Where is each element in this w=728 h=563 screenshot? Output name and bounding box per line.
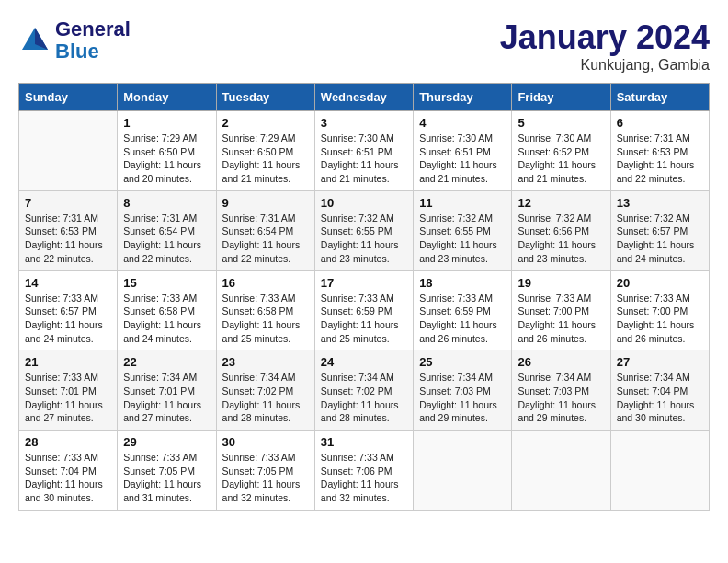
day-info: Sunrise: 7:33 AM Sunset: 7:00 PM Dayligh… xyxy=(617,292,703,346)
calendar-cell: 7Sunrise: 7:31 AM Sunset: 6:53 PM Daylig… xyxy=(19,190,118,270)
day-number: 6 xyxy=(617,116,703,130)
week-row-2: 7Sunrise: 7:31 AM Sunset: 6:53 PM Daylig… xyxy=(19,190,710,270)
day-number: 8 xyxy=(123,196,210,210)
day-info: Sunrise: 7:30 AM Sunset: 6:52 PM Dayligh… xyxy=(518,132,604,186)
day-info: Sunrise: 7:34 AM Sunset: 7:03 PM Dayligh… xyxy=(419,371,506,425)
day-info: Sunrise: 7:32 AM Sunset: 6:55 PM Dayligh… xyxy=(321,212,407,266)
day-number: 24 xyxy=(321,355,407,369)
week-row-1: 1Sunrise: 7:29 AM Sunset: 6:50 PM Daylig… xyxy=(19,111,710,191)
day-info: Sunrise: 7:32 AM Sunset: 6:57 PM Dayligh… xyxy=(617,212,703,266)
calendar-table: SundayMondayTuesdayWednesdayThursdayFrid… xyxy=(18,83,710,511)
calendar-cell xyxy=(19,111,118,191)
day-number: 28 xyxy=(25,435,111,449)
calendar-cell: 27Sunrise: 7:34 AM Sunset: 7:04 PM Dayli… xyxy=(610,350,709,431)
calendar-cell: 17Sunrise: 7:33 AM Sunset: 6:59 PM Dayli… xyxy=(314,270,413,350)
day-number: 21 xyxy=(25,355,111,369)
day-number: 29 xyxy=(123,435,210,449)
day-number: 12 xyxy=(518,196,604,210)
day-number: 16 xyxy=(222,276,309,290)
day-info: Sunrise: 7:34 AM Sunset: 7:03 PM Dayligh… xyxy=(518,371,604,425)
calendar-cell: 23Sunrise: 7:34 AM Sunset: 7:02 PM Dayli… xyxy=(216,350,314,431)
calendar-cell: 19Sunrise: 7:33 AM Sunset: 7:00 PM Dayli… xyxy=(512,270,610,350)
day-number: 5 xyxy=(518,116,604,130)
day-info: Sunrise: 7:33 AM Sunset: 6:58 PM Dayligh… xyxy=(222,292,309,346)
calendar-cell: 9Sunrise: 7:31 AM Sunset: 6:54 PM Daylig… xyxy=(216,190,314,270)
day-info: Sunrise: 7:34 AM Sunset: 7:02 PM Dayligh… xyxy=(222,371,309,425)
calendar-cell: 14Sunrise: 7:33 AM Sunset: 6:57 PM Dayli… xyxy=(19,270,118,350)
day-number: 20 xyxy=(617,276,703,290)
day-number: 13 xyxy=(617,196,703,210)
calendar-cell: 28Sunrise: 7:33 AM Sunset: 7:04 PM Dayli… xyxy=(19,431,118,511)
logo-icon xyxy=(18,24,51,57)
calendar-cell: 20Sunrise: 7:33 AM Sunset: 7:00 PM Dayli… xyxy=(610,270,709,350)
day-number: 31 xyxy=(321,435,407,449)
day-number: 4 xyxy=(419,116,506,130)
weekday-header-saturday: Saturday xyxy=(610,84,709,111)
day-info: Sunrise: 7:33 AM Sunset: 6:59 PM Dayligh… xyxy=(321,292,407,346)
calendar-cell: 10Sunrise: 7:32 AM Sunset: 6:55 PM Dayli… xyxy=(314,190,413,270)
weekday-header-monday: Monday xyxy=(118,84,216,111)
day-number: 14 xyxy=(25,276,111,290)
calendar-cell: 11Sunrise: 7:32 AM Sunset: 6:55 PM Dayli… xyxy=(414,190,512,270)
calendar-cell: 3Sunrise: 7:30 AM Sunset: 6:51 PM Daylig… xyxy=(314,111,413,191)
calendar-body: 1Sunrise: 7:29 AM Sunset: 6:50 PM Daylig… xyxy=(19,111,710,511)
day-number: 25 xyxy=(419,355,506,369)
weekday-header-tuesday: Tuesday xyxy=(216,84,314,111)
calendar-cell: 12Sunrise: 7:32 AM Sunset: 6:56 PM Dayli… xyxy=(512,190,610,270)
day-info: Sunrise: 7:33 AM Sunset: 7:05 PM Dayligh… xyxy=(222,451,309,505)
calendar-cell: 30Sunrise: 7:33 AM Sunset: 7:05 PM Dayli… xyxy=(216,431,314,511)
weekday-header-thursday: Thursday xyxy=(414,84,512,111)
day-number: 18 xyxy=(419,276,506,290)
day-info: Sunrise: 7:33 AM Sunset: 6:58 PM Dayligh… xyxy=(123,292,210,346)
calendar-cell: 8Sunrise: 7:31 AM Sunset: 6:54 PM Daylig… xyxy=(118,190,216,270)
weekday-header-friday: Friday xyxy=(512,84,610,111)
calendar-cell: 1Sunrise: 7:29 AM Sunset: 6:50 PM Daylig… xyxy=(118,111,216,191)
day-info: Sunrise: 7:33 AM Sunset: 7:00 PM Dayligh… xyxy=(518,292,604,346)
calendar-cell: 24Sunrise: 7:34 AM Sunset: 7:02 PM Dayli… xyxy=(314,350,413,431)
day-info: Sunrise: 7:30 AM Sunset: 6:51 PM Dayligh… xyxy=(321,132,407,186)
day-number: 30 xyxy=(222,435,309,449)
calendar-cell xyxy=(414,431,512,511)
location: Kunkujang, Gambia xyxy=(500,57,710,74)
day-info: Sunrise: 7:33 AM Sunset: 7:04 PM Dayligh… xyxy=(25,451,111,505)
day-number: 10 xyxy=(321,196,407,210)
calendar-cell: 26Sunrise: 7:34 AM Sunset: 7:03 PM Dayli… xyxy=(512,350,610,431)
calendar-cell xyxy=(512,431,610,511)
weekday-header-wednesday: Wednesday xyxy=(314,84,413,111)
day-info: Sunrise: 7:34 AM Sunset: 7:04 PM Dayligh… xyxy=(617,371,703,425)
calendar-header: SundayMondayTuesdayWednesdayThursdayFrid… xyxy=(19,84,710,111)
day-number: 7 xyxy=(25,196,111,210)
day-info: Sunrise: 7:31 AM Sunset: 6:54 PM Dayligh… xyxy=(123,212,210,266)
logo: General Blue xyxy=(18,18,131,63)
day-info: Sunrise: 7:29 AM Sunset: 6:50 PM Dayligh… xyxy=(123,132,210,186)
day-info: Sunrise: 7:33 AM Sunset: 7:06 PM Dayligh… xyxy=(321,451,407,505)
calendar-cell: 13Sunrise: 7:32 AM Sunset: 6:57 PM Dayli… xyxy=(610,190,709,270)
calendar-cell: 15Sunrise: 7:33 AM Sunset: 6:58 PM Dayli… xyxy=(118,270,216,350)
day-info: Sunrise: 7:30 AM Sunset: 6:51 PM Dayligh… xyxy=(419,132,506,186)
day-number: 19 xyxy=(518,276,604,290)
day-info: Sunrise: 7:33 AM Sunset: 6:59 PM Dayligh… xyxy=(419,292,506,346)
day-number: 27 xyxy=(617,355,703,369)
day-number: 23 xyxy=(222,355,309,369)
day-number: 1 xyxy=(123,116,210,130)
day-number: 17 xyxy=(321,276,407,290)
day-number: 26 xyxy=(518,355,604,369)
day-number: 11 xyxy=(419,196,506,210)
day-info: Sunrise: 7:33 AM Sunset: 6:57 PM Dayligh… xyxy=(25,292,111,346)
weekday-row: SundayMondayTuesdayWednesdayThursdayFrid… xyxy=(19,84,710,111)
calendar-cell xyxy=(610,431,709,511)
day-info: Sunrise: 7:31 AM Sunset: 6:53 PM Dayligh… xyxy=(617,132,703,186)
logo-text-line2: Blue xyxy=(55,40,131,63)
calendar-cell: 18Sunrise: 7:33 AM Sunset: 6:59 PM Dayli… xyxy=(414,270,512,350)
month-title: January 2024 xyxy=(500,18,710,57)
day-info: Sunrise: 7:34 AM Sunset: 7:01 PM Dayligh… xyxy=(123,371,210,425)
weekday-header-sunday: Sunday xyxy=(19,84,118,111)
calendar-cell: 29Sunrise: 7:33 AM Sunset: 7:05 PM Dayli… xyxy=(118,431,216,511)
day-number: 22 xyxy=(123,355,210,369)
week-row-4: 21Sunrise: 7:33 AM Sunset: 7:01 PM Dayli… xyxy=(19,350,710,431)
calendar-cell: 25Sunrise: 7:34 AM Sunset: 7:03 PM Dayli… xyxy=(414,350,512,431)
day-info: Sunrise: 7:32 AM Sunset: 6:56 PM Dayligh… xyxy=(518,212,604,266)
calendar-cell: 16Sunrise: 7:33 AM Sunset: 6:58 PM Dayli… xyxy=(216,270,314,350)
day-number: 15 xyxy=(123,276,210,290)
day-info: Sunrise: 7:31 AM Sunset: 6:53 PM Dayligh… xyxy=(25,212,111,266)
